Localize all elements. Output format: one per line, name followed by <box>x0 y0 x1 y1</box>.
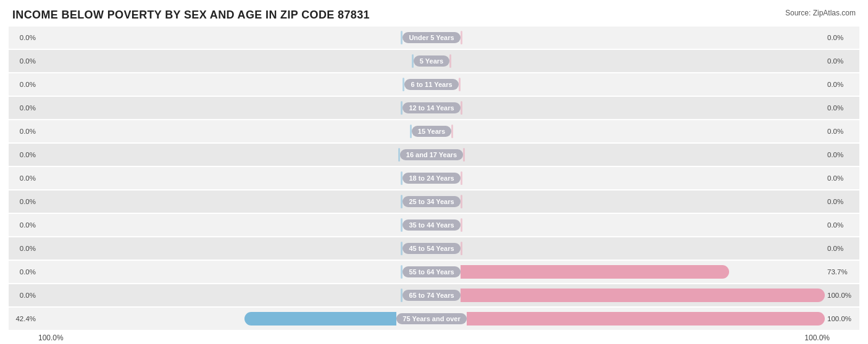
female-bar-track <box>449 54 825 68</box>
bar-row: 0.0%15 Years0.0% <box>9 120 859 142</box>
bar-row: 0.0%18 to 24 Years0.0% <box>9 167 859 189</box>
male-value-label: 0.0% <box>9 245 38 252</box>
male-bar-track <box>38 78 404 91</box>
male-value-label: 0.0% <box>9 57 38 65</box>
age-label-pill: 35 to 44 Years <box>403 219 460 231</box>
female-bar <box>461 218 462 232</box>
age-label-pill: 6 to 11 Years <box>404 79 458 90</box>
male-bar-track <box>38 31 403 44</box>
bar-row: 0.0%5 Years0.0% <box>9 50 859 72</box>
male-bar-track <box>38 312 396 326</box>
male-bar-track <box>38 289 403 302</box>
bar-row: 0.0%65 to 74 Years100.0% <box>9 284 859 306</box>
bar-row: 0.0%35 to 44 Years0.0% <box>9 214 859 236</box>
age-label-pill: 25 to 34 Years <box>403 196 460 207</box>
female-bar <box>461 101 462 115</box>
female-value-label: 0.0% <box>825 34 859 41</box>
female-value-label: 0.0% <box>825 198 859 205</box>
male-bar <box>244 312 396 326</box>
female-value-label: 0.0% <box>825 174 859 182</box>
female-bar <box>461 289 825 302</box>
male-bar-track <box>38 218 403 232</box>
male-value-label: 0.0% <box>9 268 38 276</box>
age-label-pill: 55 to 64 Years <box>403 266 460 277</box>
female-bar-track <box>451 125 825 138</box>
female-bar-track <box>461 195 825 208</box>
age-label-pill: Under 5 Years <box>403 32 460 43</box>
age-label-pill: 16 and 17 Years <box>400 149 463 160</box>
header-row: INCOME BELOW POVERTY BY SEX AND AGE IN Z… <box>6 0 862 27</box>
age-label-pill: 15 Years <box>412 126 451 137</box>
female-bar-track <box>459 78 825 91</box>
male-value-label: 0.0% <box>9 292 38 299</box>
age-label-pill: 65 to 74 Years <box>403 290 460 301</box>
axis-label-left: 100.0% <box>38 334 64 342</box>
chart-inner: 0.0%Under 5 Years0.0%0.0%5 Years0.0%0.0%… <box>6 27 862 342</box>
age-label-pill: 75 Years and over <box>396 313 466 324</box>
age-label-pill: 18 to 24 Years <box>403 173 460 184</box>
female-bar-track <box>461 289 825 302</box>
female-value-label: 100.0% <box>825 292 859 299</box>
axis-labels-row: 100.0%100.0% <box>9 331 859 342</box>
male-bar-track <box>38 265 403 279</box>
bar-row: 0.0%16 and 17 Years0.0% <box>9 144 859 166</box>
female-value-label: 0.0% <box>825 128 859 135</box>
axis-label-right: 100.0% <box>804 334 830 342</box>
bar-row: 0.0%6 to 11 Years0.0% <box>9 73 859 96</box>
female-bar-track <box>461 101 825 115</box>
bar-row: 0.0%25 to 34 Years0.0% <box>9 190 859 213</box>
bar-row: 0.0%12 to 14 Years0.0% <box>9 97 859 119</box>
male-value-label: 0.0% <box>9 174 38 182</box>
chart-container: INCOME BELOW POVERTY BY SEX AND AGE IN Z… <box>0 0 868 344</box>
female-value-label: 0.0% <box>825 151 859 158</box>
bar-row: 42.4%75 Years and over100.0% <box>9 308 859 330</box>
bar-row: 0.0%55 to 64 Years73.7% <box>9 261 859 283</box>
female-bar <box>449 54 451 68</box>
female-bar <box>451 125 453 138</box>
female-bar-track <box>461 242 825 255</box>
female-bar <box>461 171 462 185</box>
female-value-label: 0.0% <box>825 104 859 112</box>
female-value-label: 0.0% <box>825 81 859 88</box>
male-bar-track <box>38 101 403 115</box>
source-text: Source: ZipAtlas.com <box>785 9 856 17</box>
female-bar <box>461 242 462 255</box>
male-bar-track <box>38 195 403 208</box>
female-bar-track <box>463 148 825 162</box>
female-bar <box>467 312 825 326</box>
male-bar-track <box>38 148 400 162</box>
male-value-label: 0.0% <box>9 198 38 205</box>
male-value-label: 0.0% <box>9 81 38 88</box>
female-bar-track <box>461 218 825 232</box>
age-label-pill: 45 to 54 Years <box>403 243 460 254</box>
female-bar <box>461 31 462 44</box>
male-value-label: 0.0% <box>9 128 38 135</box>
female-value-label: 0.0% <box>825 245 859 252</box>
male-bar-track <box>38 54 414 68</box>
male-value-label: 0.0% <box>9 34 38 41</box>
chart-title: INCOME BELOW POVERTY BY SEX AND AGE IN Z… <box>12 9 370 22</box>
male-value-label: 0.0% <box>9 104 38 112</box>
male-bar-track <box>38 125 412 138</box>
bar-row: 0.0%45 to 54 Years0.0% <box>9 237 859 260</box>
female-value-label: 100.0% <box>825 315 859 322</box>
female-bar-track <box>461 265 825 279</box>
female-value-label: 0.0% <box>825 221 859 229</box>
female-bar-track <box>461 31 825 44</box>
age-label-pill: 12 to 14 Years <box>403 102 460 113</box>
female-value-label: 0.0% <box>825 57 859 65</box>
bar-row: 0.0%Under 5 Years0.0% <box>9 27 859 49</box>
male-bar-track <box>38 171 403 185</box>
male-value-label: 0.0% <box>9 151 38 158</box>
male-bar-track <box>38 242 403 255</box>
male-value-label: 42.4% <box>9 315 38 322</box>
female-bar <box>459 78 461 91</box>
female-bar-track <box>461 171 825 185</box>
female-bar <box>461 265 729 279</box>
female-value-label: 73.7% <box>825 268 859 276</box>
female-bar-track <box>467 312 825 326</box>
age-label-pill: 5 Years <box>414 55 449 67</box>
male-value-label: 0.0% <box>9 221 38 229</box>
female-bar <box>463 148 465 162</box>
female-bar <box>461 195 462 208</box>
